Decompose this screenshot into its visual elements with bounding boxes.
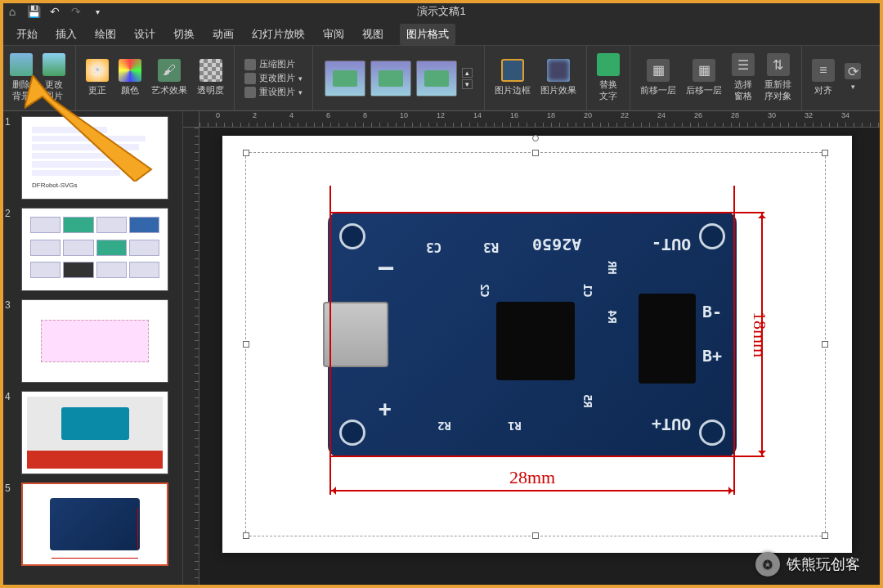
thumb-1[interactable]: 1 DFRobot-SVGs: [5, 116, 177, 200]
silk-r3: R3: [483, 240, 499, 255]
main-chip: [496, 302, 575, 380]
sel-pane-icon: ☰: [732, 53, 755, 76]
change-picture-button[interactable]: 更改 图片: [38, 50, 70, 105]
tab-draw[interactable]: 绘图: [93, 24, 118, 45]
change-pic-label: 更改 图片: [45, 79, 63, 101]
compress-picture-button[interactable]: 压缩图片: [244, 58, 303, 70]
silk-plus: +: [379, 397, 392, 421]
horizontal-ruler: 0 2 4 6 8 10 12 14 16 18 20 22 24 26 28 …: [199, 111, 883, 128]
alt-text-icon: [597, 53, 620, 76]
picture-styles-gallery[interactable]: ▴ ▾: [318, 61, 479, 97]
slide-canvas-area[interactable]: 0 2 4 6 8 10 12 14 16 18 20 22 24 26 28 …: [183, 111, 883, 588]
home-icon[interactable]: ⌂: [5, 4, 20, 19]
silk-out-bot: OUT+: [652, 415, 691, 434]
pcb-image: — + C3 R3 A2650 OUT- OUT+ B- B+ R2 R1 C2…: [328, 212, 737, 457]
effects-label: 图片效果: [540, 85, 576, 96]
picture-border-button[interactable]: 图片边框: [490, 56, 536, 101]
style-preset-3[interactable]: [416, 61, 457, 97]
silk-b-plus: B+: [702, 346, 722, 366]
tab-transition[interactable]: 切换: [172, 24, 196, 45]
mounting-hole: [339, 223, 365, 249]
thumb-canvas-2[interactable]: [21, 208, 168, 291]
tab-view[interactable]: 视图: [361, 24, 385, 45]
tab-insert[interactable]: 插入: [54, 24, 78, 45]
secondary-chip: [639, 294, 696, 384]
redo-icon[interactable]: ↷: [69, 4, 83, 19]
workspace: 1 DFRobot-SVGs 2: [0, 111, 883, 588]
resize-handle-s[interactable]: [532, 532, 539, 539]
gallery-down-icon[interactable]: ▾: [462, 79, 473, 89]
thumb-canvas-4[interactable]: [21, 391, 168, 474]
thumb-5[interactable]: 5: [5, 483, 177, 566]
remove-background-button[interactable]: 删除 背景: [5, 50, 38, 105]
thumb-canvas-3[interactable]: [21, 299, 168, 383]
selection-pane-button[interactable]: ☰ 选择 窗格: [727, 50, 760, 105]
color-button[interactable]: 颜色: [114, 56, 146, 101]
artistic-label: 艺术效果: [151, 85, 187, 96]
swap-picture-button[interactable]: 更改图片 ▾: [244, 72, 303, 84]
thumb-canvas-1[interactable]: DFRobot-SVGs: [21, 116, 168, 200]
color-label: 颜色: [121, 85, 139, 96]
corrections-button[interactable]: ☀ 更正: [81, 56, 114, 101]
silk-r2: R2: [437, 420, 451, 433]
undo-icon[interactable]: ↶: [47, 4, 62, 19]
border-icon: [501, 59, 524, 82]
artistic-icon: 🖌: [158, 59, 181, 82]
compress-icon: [244, 59, 256, 70]
gallery-up-icon[interactable]: ▴: [462, 68, 473, 78]
resize-handle-ne[interactable]: [822, 150, 828, 156]
remove-bg-label: 删除 背景: [12, 79, 30, 101]
picture-effects-button[interactable]: 图片效果: [536, 56, 581, 101]
thumb-2[interactable]: 2: [5, 208, 177, 291]
alt-text-button[interactable]: 替换 文字: [592, 50, 625, 105]
resize-handle-se[interactable]: [822, 532, 828, 539]
align-label: 对齐: [814, 85, 832, 96]
resize-handle-e[interactable]: [822, 341, 828, 348]
pic-tools-list: 压缩图片 更改图片 ▾ 重设图片 ▾: [240, 55, 307, 101]
resize-handle-nw[interactable]: [243, 150, 249, 156]
thumb-3[interactable]: 3: [5, 299, 177, 383]
resize-handle-w[interactable]: [243, 341, 249, 348]
tab-picture-format[interactable]: 图片格式: [400, 24, 455, 45]
title-bar: ⌂ 💾 ↶ ↷ ▾ 演示文稿1: [0, 0, 883, 23]
height-label: 18mm: [749, 312, 770, 357]
effects-icon: [547, 59, 570, 82]
thumb-4[interactable]: 4: [5, 391, 177, 474]
rotate-handle[interactable]: [532, 135, 539, 141]
style-preset-2[interactable]: [370, 61, 411, 97]
silk-r4: R4: [606, 310, 619, 324]
remove-bg-icon: [10, 53, 33, 76]
style-preset-1[interactable]: [325, 61, 365, 97]
save-icon[interactable]: 💾: [26, 4, 41, 19]
artistic-effects-button[interactable]: 🖌 艺术效果: [146, 56, 192, 101]
silk-c3: C3: [426, 240, 441, 255]
tab-animation[interactable]: 动画: [211, 24, 235, 45]
resize-handle-n[interactable]: [532, 150, 539, 156]
tab-home[interactable]: 开始: [15, 24, 39, 45]
corrections-label: 更正: [88, 85, 106, 96]
qat-more-icon[interactable]: ▾: [90, 4, 105, 19]
silk-r5: R5: [581, 394, 594, 408]
rotate-button[interactable]: ⟳ ▾: [840, 60, 866, 97]
selected-image[interactable]: — + C3 R3 A2650 OUT- OUT+ B- B+ R2 R1 C2…: [245, 152, 826, 536]
tab-design[interactable]: 设计: [132, 24, 157, 45]
resize-handle-sw[interactable]: [243, 532, 249, 539]
bring-fwd-label: 前移一层: [640, 85, 676, 96]
tab-slideshow[interactable]: 幻灯片放映: [250, 24, 307, 45]
transparency-button[interactable]: 透明度: [192, 56, 229, 101]
bring-forward-button[interactable]: ▦ 前移一层: [635, 56, 681, 101]
change-pic-icon: [43, 53, 65, 76]
slide[interactable]: — + C3 R3 A2650 OUT- OUT+ B- B+ R2 R1 C2…: [222, 136, 852, 553]
vertical-ruler: [183, 128, 199, 588]
reset-picture-button[interactable]: 重设图片 ▾: [244, 86, 303, 98]
tab-review[interactable]: 审阅: [321, 24, 346, 45]
slide-thumbnails-panel[interactable]: 1 DFRobot-SVGs 2: [0, 111, 183, 588]
reorder-button[interactable]: ⇅ 重新排 序对象: [760, 50, 796, 105]
align-button[interactable]: ≡ 对齐: [807, 56, 840, 101]
send-back-label: 后移一层: [686, 85, 722, 96]
document-title: 演示文稿1: [417, 4, 465, 19]
ribbon-tabs: 开始 插入 绘图 设计 切换 动画 幻灯片放映 审阅 视图 图片格式: [0, 23, 883, 46]
thumb-canvas-5[interactable]: [21, 483, 168, 566]
send-backward-button[interactable]: ▦ 后移一层: [681, 56, 727, 101]
usb-connector: [323, 302, 388, 367]
